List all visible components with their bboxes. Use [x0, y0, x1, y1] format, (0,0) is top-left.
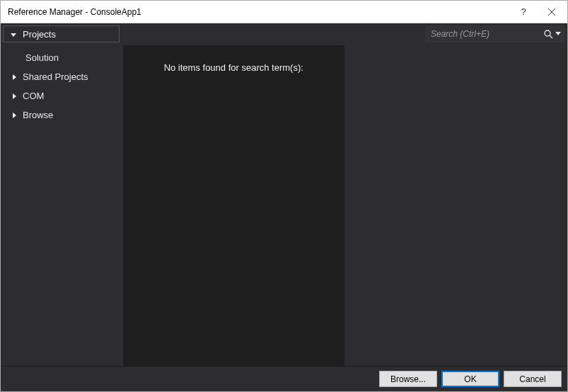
browse-button[interactable]: Browse...	[379, 371, 437, 387]
empty-message: No items found for search term(s):	[164, 62, 303, 366]
sidebar-item-solution[interactable]: Solution	[6, 48, 123, 67]
sidebar-item-shared-projects[interactable]: Shared Projects	[6, 67, 123, 86]
cancel-button[interactable]: Cancel	[504, 371, 562, 387]
svg-line-3	[550, 35, 552, 38]
ok-button[interactable]: OK	[441, 371, 499, 387]
sidebar: Solution Shared Projects COM Browse	[3, 45, 123, 366]
search-box[interactable]	[425, 25, 565, 42]
chevron-down-icon	[555, 32, 561, 36]
titlebar: Reference Manager - ConsoleApp1 ?	[1, 1, 567, 23]
app-body: Projects Solution Shared Project	[1, 23, 567, 391]
search-icon-group[interactable]	[543, 29, 561, 40]
window-controls: ?	[511, 1, 567, 23]
sidebar-item-label: Browse	[23, 110, 53, 120]
sidebar-category-projects[interactable]: Projects	[3, 25, 120, 42]
help-icon: ?	[521, 6, 526, 17]
close-icon	[548, 8, 555, 16]
sidebar-item-label: COM	[23, 91, 44, 101]
chevron-right-icon	[13, 93, 16, 99]
chevron-down-icon	[11, 33, 16, 37]
sidebar-item-browse[interactable]: Browse	[6, 105, 123, 125]
sidebar-item-label: Solution	[25, 52, 59, 63]
details-panel	[344, 45, 566, 366]
sidebar-category-label: Projects	[23, 29, 56, 40]
chevron-right-icon	[13, 113, 16, 118]
search-input[interactable]	[431, 29, 543, 39]
window-title: Reference Manager - ConsoleApp1	[8, 7, 511, 17]
main-row: Solution Shared Projects COM Browse No i…	[1, 43, 567, 366]
sidebar-item-com[interactable]: COM	[6, 86, 123, 105]
top-row: Projects	[1, 23, 567, 43]
chevron-right-icon	[13, 74, 16, 80]
svg-point-2	[545, 30, 550, 36]
search-icon	[543, 29, 554, 40]
help-button[interactable]: ?	[511, 1, 535, 23]
content-panel: No items found for search term(s):	[123, 45, 344, 366]
footer: Browse... OK Cancel	[1, 366, 567, 391]
top-spacer	[120, 23, 425, 43]
sidebar-item-label: Shared Projects	[23, 71, 88, 82]
close-button[interactable]	[535, 1, 567, 23]
